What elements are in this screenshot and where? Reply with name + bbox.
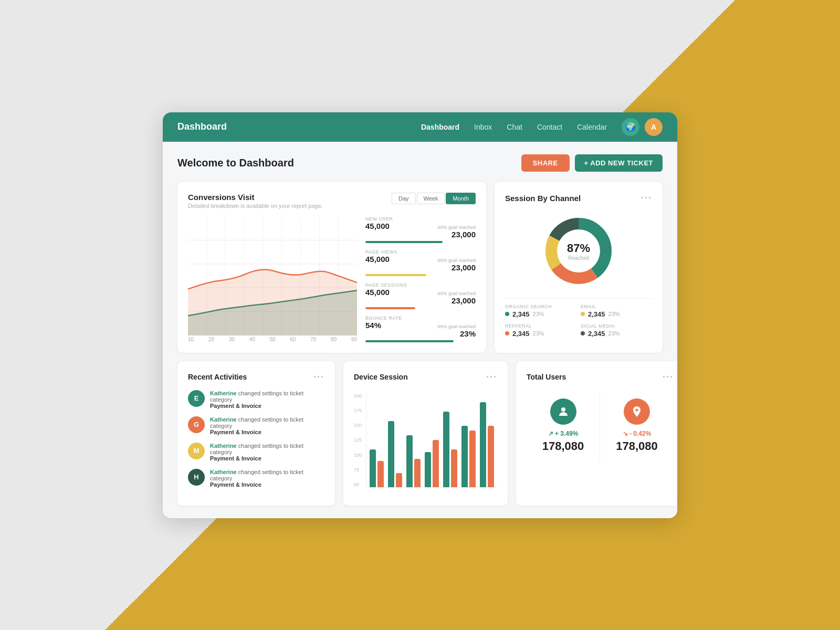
channel-dot: [505, 331, 509, 335]
device-title: Device Session ···: [354, 372, 497, 383]
donut-chart: 87% Reached: [542, 214, 615, 288]
total-users-card: Total Users ··· ↗ + 3.49%: [516, 361, 677, 506]
channel-dot: [581, 312, 585, 316]
user-stat-primary: ↗ + 3.49% 178,080: [527, 391, 600, 460]
share-button[interactable]: SHARE: [521, 154, 570, 172]
bar-teal: [388, 421, 394, 487]
stat-label: PAGE SESSIONS: [365, 282, 476, 288]
stat-bar: [365, 340, 454, 342]
goal-value: 23%: [437, 329, 476, 338]
total-users-title: Total Users ···: [527, 372, 674, 383]
more-options-icon[interactable]: ···: [641, 193, 652, 204]
donut-chart-container: 87% Reached: [505, 204, 652, 293]
channel-dot: [581, 331, 585, 335]
channel-dot: [505, 312, 509, 316]
goal-value: 23,000: [437, 296, 476, 305]
goal-value: 23,000: [437, 230, 476, 239]
stat-bounce-rate: BOUNCE RATE 54% 65% goal reached 23%: [365, 316, 476, 342]
x-label: 60: [290, 337, 296, 342]
channel-name: ORGANIC SEARCH: [505, 304, 576, 309]
add-ticket-button[interactable]: + ADD NEW TICKET: [575, 154, 663, 172]
channel-name: SICIAL MEDIA: [581, 323, 652, 329]
activity-content: Katherine changed settings to ticket cat…: [210, 416, 324, 435]
x-label: 50: [269, 337, 275, 342]
activity-avatar: G: [188, 416, 205, 433]
page-header: Welcome to Dashboard SHARE + ADD NEW TIC…: [177, 154, 663, 172]
stat-bar: [365, 274, 426, 276]
y-label: 175: [354, 408, 362, 413]
location-icon: [624, 398, 650, 425]
stat-label: BOUNCE RATE: [365, 316, 476, 321]
channel-value: 2,345: [588, 310, 605, 318]
donut-percentage: 87%: [567, 241, 590, 255]
nav-dashboard[interactable]: Dashboard: [421, 123, 459, 131]
activities-more-icon[interactable]: ···: [313, 372, 324, 383]
stat-label: PAGE VIEWS: [365, 249, 476, 255]
donut-center: 87% Reached: [567, 241, 590, 260]
nav-calendar[interactable]: Calendar: [577, 123, 607, 131]
bar-teal: [461, 426, 468, 487]
total-users-more-icon[interactable]: ···: [663, 372, 674, 383]
stat-page-views: PAGE VIEWS 45,000 65% goal reached 23,00…: [365, 249, 476, 276]
stats-area: NEW USER 45,000 65% goal reached 23,000: [365, 216, 476, 342]
bar-orange: [451, 449, 457, 487]
period-day[interactable]: Day: [392, 193, 416, 204]
goal-label: 65% goal reached: [437, 324, 476, 329]
device-session-card: Device Session ··· 200 175 150 125 100 7…: [343, 361, 508, 506]
conv-title: Conversions Visit: [188, 193, 323, 202]
svg-point-17: [561, 407, 565, 412]
activity-item: E Katherine changed settings to ticket c…: [188, 390, 324, 409]
goal-value: 23,000: [437, 263, 476, 272]
bar-teal: [480, 402, 486, 487]
bottom-row: Recent Activities ··· E Katherine change…: [177, 361, 663, 506]
bar-group: [480, 402, 494, 487]
header-logo: Dashboard: [177, 121, 421, 132]
bar-teal: [443, 412, 449, 487]
x-label: 80: [331, 337, 337, 342]
x-axis-labels: 10 20 30 40 50 60 70 80 90: [188, 337, 357, 342]
x-label: 70: [310, 337, 316, 342]
bar-orange: [396, 473, 402, 487]
session-title: Session By Channel ···: [505, 193, 652, 204]
channel-email: EMAIL 2,345 23%: [581, 304, 652, 318]
main-content: Welcome to Dashboard SHARE + ADD NEW TIC…: [163, 142, 677, 518]
stat-page-sessions: PAGE SESSIONS 45,000 65% goal reached 23…: [365, 282, 476, 309]
channel-name: EMAIL: [581, 304, 652, 309]
activities-title: Recent Activities ···: [188, 372, 324, 383]
channel-value: 2,345: [512, 330, 530, 338]
stat-bar: [365, 307, 415, 309]
channel-pct: 23%: [533, 311, 544, 317]
bar-orange: [414, 459, 421, 487]
user-growth-down: ↘ - 0.42%: [623, 430, 652, 437]
stat-value: 45,000: [365, 288, 390, 297]
top-cards-row: Conversions Visit Detailed breakdown is …: [177, 182, 663, 353]
nav-chat[interactable]: Chat: [507, 123, 522, 131]
activity-content: Katherine changed settings to ticket cat…: [210, 443, 324, 461]
bar-group: [461, 426, 476, 487]
user-count-secondary: 178,080: [616, 439, 658, 453]
device-more-icon[interactable]: ···: [486, 372, 497, 383]
session-channel-card: Session By Channel ···: [495, 182, 663, 353]
channel-social: SICIAL MEDIA 2,345 23%: [581, 323, 652, 338]
goal-label: 65% goal reached: [437, 258, 476, 263]
stat-bar: [365, 241, 443, 243]
globe-icon: 🌍: [622, 118, 639, 136]
user-avatar[interactable]: A: [645, 118, 663, 136]
x-label: 30: [229, 337, 235, 342]
goal-label: 65% goal reached: [437, 291, 476, 296]
bar-orange: [377, 461, 384, 487]
bar-teal: [370, 449, 376, 487]
channel-referral: REFFERAL 2,345 23%: [505, 323, 576, 338]
channel-pct: 23%: [533, 330, 544, 337]
period-month[interactable]: Month: [446, 193, 476, 204]
activity-content: Katherine changed settings to ticket cat…: [210, 469, 324, 488]
conv-subtitle: Detailed breakdown is available on your …: [188, 203, 323, 209]
nav-inbox[interactable]: Inbox: [474, 123, 492, 131]
bar-group: [443, 412, 457, 487]
activity-item: M Katherine changed settings to ticket c…: [188, 443, 324, 461]
app-container: Dashboard Dashboard Inbox Chat Contact C…: [163, 112, 677, 518]
period-week[interactable]: Week: [417, 193, 445, 204]
nav-contact[interactable]: Contact: [537, 123, 562, 131]
activity-item: H Katherine changed settings to ticket c…: [188, 469, 324, 488]
x-label: 40: [249, 337, 255, 342]
